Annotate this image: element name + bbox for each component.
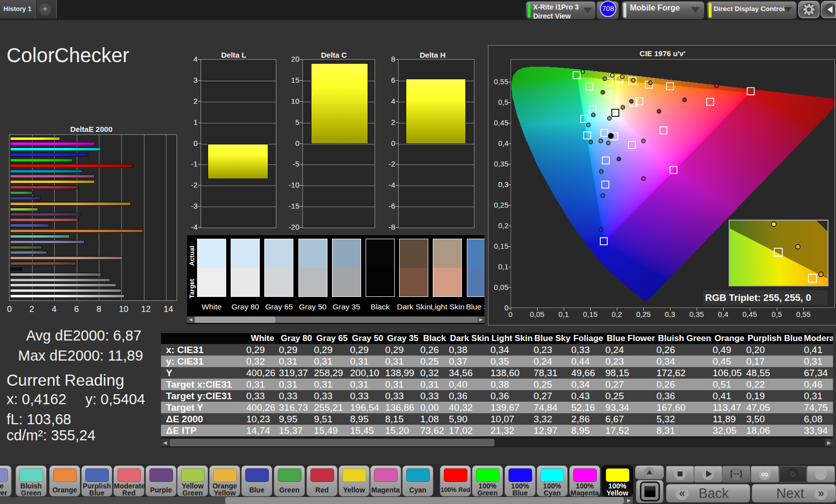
svg-text:∞: ∞ — [761, 468, 768, 479]
svg-text:↻: ↻ — [790, 470, 796, 478]
